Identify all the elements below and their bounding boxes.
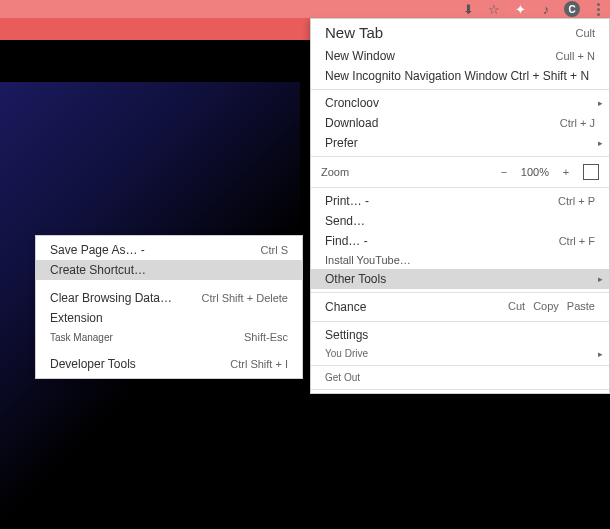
- menu-label: New Tab: [325, 24, 383, 41]
- chevron-right-icon: ▸: [598, 274, 603, 284]
- menu-separator: [311, 187, 609, 188]
- media-icon[interactable]: ♪: [538, 1, 554, 17]
- menu-label: Settings: [325, 328, 368, 342]
- submenu-shortcut: Ctrl Shift + I: [230, 358, 288, 370]
- menu-cronology[interactable]: Croncloov ▸: [311, 93, 609, 113]
- menu-label: Install YouTube…: [325, 254, 411, 266]
- menu-label: New Incognito Navigation Window Ctrl + S…: [325, 69, 589, 83]
- zoom-value: 100%: [521, 166, 549, 178]
- menu-label: You Drive: [325, 348, 368, 359]
- chevron-right-icon: ▸: [598, 98, 603, 108]
- submenu-shortcut: Shift-Esc: [244, 331, 288, 343]
- menu-label: Send…: [325, 214, 365, 228]
- submenu-gap: [36, 346, 302, 354]
- menu-get-out[interactable]: Get Out: [311, 369, 609, 386]
- chevron-right-icon: ▸: [598, 138, 603, 148]
- menu-send[interactable]: Send…: [311, 211, 609, 231]
- zoom-in-button[interactable]: +: [557, 166, 575, 178]
- menu-label: New Window: [325, 49, 395, 63]
- menu-label: Croncloov: [325, 96, 379, 110]
- menu-separator: [311, 389, 609, 390]
- cut-button[interactable]: Cut: [508, 300, 525, 314]
- copy-button[interactable]: Copy: [533, 300, 559, 314]
- menu-other-tools[interactable]: Other Tools ▸: [311, 269, 609, 289]
- submenu-clear-data[interactable]: Clear Browsing Data… Ctrl Shift + Delete: [36, 288, 302, 308]
- menu-separator: [311, 365, 609, 366]
- menu-shortcut: Cult: [575, 27, 595, 39]
- zoom-out-button[interactable]: −: [495, 166, 513, 178]
- menu-new-tab[interactable]: New Tab Cult: [311, 19, 609, 46]
- edit-actions: Cut Copy Paste: [508, 300, 595, 314]
- submenu-gap: [36, 280, 302, 288]
- paste-button[interactable]: Paste: [567, 300, 595, 314]
- submenu-shortcut: Ctrl S: [261, 244, 289, 256]
- menu-separator: [311, 156, 609, 157]
- submenu-dev-tools[interactable]: Developer Tools Ctrl Shift + I: [36, 354, 302, 374]
- menu-incognito[interactable]: New Incognito Navigation Window Ctrl + S…: [311, 66, 609, 86]
- menu-separator: [311, 321, 609, 322]
- fullscreen-icon[interactable]: [583, 164, 599, 180]
- menu-you-drive[interactable]: You Drive ▸: [311, 345, 609, 362]
- menu-zoom-row: Zoom − 100% +: [311, 160, 609, 184]
- submenu-extension[interactable]: Extension: [36, 308, 302, 328]
- menu-separator: [311, 292, 609, 293]
- menu-print[interactable]: Print… - Ctrl + P: [311, 191, 609, 211]
- submenu-shortcut: Ctrl Shift + Delete: [201, 292, 288, 304]
- menu-label: Get Out: [325, 372, 360, 383]
- menu-shortcut: Ctrl + J: [560, 117, 595, 129]
- submenu-save-page[interactable]: Save Page As… - Ctrl S: [36, 240, 302, 260]
- menu-label: Download: [325, 116, 378, 130]
- submenu-label: Save Page As… -: [50, 243, 145, 257]
- submenu-label: Create Shortcut…: [50, 263, 146, 277]
- menu-shortcut: Ctrl + F: [559, 235, 595, 247]
- menu-find[interactable]: Find… - Ctrl + F: [311, 231, 609, 251]
- menu-shortcut: Ctrl + P: [558, 195, 595, 207]
- menu-new-window[interactable]: New Window Cull + N: [311, 46, 609, 66]
- submenu-label: Clear Browsing Data…: [50, 291, 172, 305]
- extensions-icon[interactable]: ✦: [512, 1, 528, 17]
- star-icon[interactable]: ☆: [486, 1, 502, 17]
- submenu-label: Extension: [50, 311, 103, 325]
- other-tools-submenu: Save Page As… - Ctrl S Create Shortcut… …: [35, 235, 303, 379]
- zoom-label: Zoom: [321, 166, 487, 178]
- menu-label: Other Tools: [325, 272, 386, 286]
- chevron-right-icon: ▸: [598, 349, 603, 359]
- submenu-label: Developer Tools: [50, 357, 136, 371]
- menu-shortcut: Cull + N: [556, 50, 595, 62]
- menu-download[interactable]: Download Ctrl + J: [311, 113, 609, 133]
- profile-avatar[interactable]: C: [564, 1, 580, 17]
- submenu-create-shortcut[interactable]: Create Shortcut…: [36, 260, 302, 280]
- menu-label: Prefer: [325, 136, 358, 150]
- submenu-task-manager[interactable]: Task Manager Shift-Esc: [36, 328, 302, 346]
- menu-separator: [311, 89, 609, 90]
- menu-dots-icon[interactable]: [590, 1, 606, 17]
- menu-prefer[interactable]: Prefer ▸: [311, 133, 609, 153]
- menu-label: Find… -: [325, 234, 368, 248]
- menu-label: Print… -: [325, 194, 369, 208]
- chrome-main-menu: New Tab Cult New Window Cull + N New Inc…: [310, 18, 610, 394]
- menu-edit-row: Chance Cut Copy Paste: [311, 296, 609, 318]
- browser-toolbar: ⬇ ☆ ✦ ♪ C: [0, 0, 610, 18]
- edit-label: Chance: [325, 300, 366, 314]
- submenu-label: Task Manager: [50, 332, 113, 343]
- download-icon[interactable]: ⬇: [460, 1, 476, 17]
- menu-settings[interactable]: Settings: [311, 325, 609, 345]
- menu-install-youtube[interactable]: Install YouTube…: [311, 251, 609, 269]
